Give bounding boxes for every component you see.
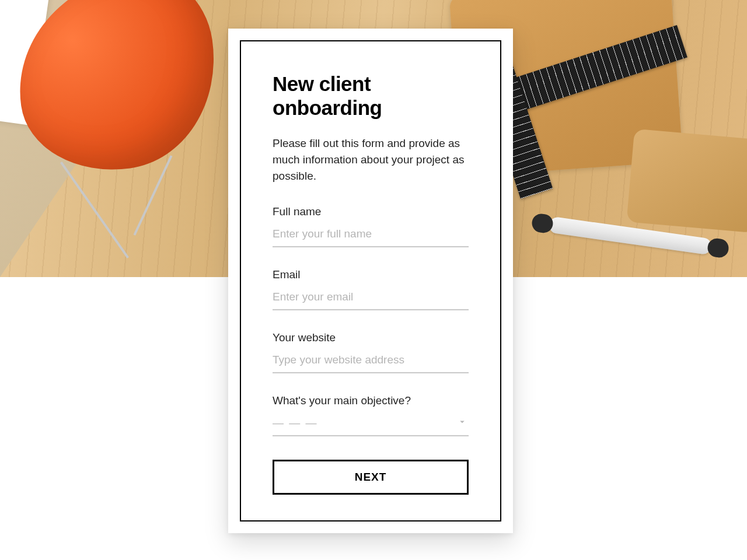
field-website: Your website <box>273 331 469 373</box>
objective-label: What's your main objective? <box>273 394 469 407</box>
full-name-input[interactable] <box>273 225 469 247</box>
field-full-name: Full name <box>273 205 469 247</box>
form-description: Please fill out this form and provide as… <box>273 135 469 184</box>
form-title: New client onboarding <box>273 72 469 120</box>
field-email: Email <box>273 268 469 310</box>
onboarding-form-card: New client onboarding Please fill out th… <box>228 29 513 533</box>
objective-placeholder: — — — <box>273 416 318 429</box>
objective-select[interactable]: — — — <box>273 414 469 436</box>
next-button[interactable]: NEXT <box>273 460 469 495</box>
chevron-down-icon <box>457 416 467 429</box>
email-label: Email <box>273 268 469 281</box>
full-name-label: Full name <box>273 205 469 218</box>
field-objective: What's your main objective? — — — <box>273 394 469 436</box>
form-frame: New client onboarding Please fill out th… <box>240 40 501 522</box>
email-input[interactable] <box>273 288 469 310</box>
website-input[interactable] <box>273 351 469 373</box>
website-label: Your website <box>273 331 469 344</box>
